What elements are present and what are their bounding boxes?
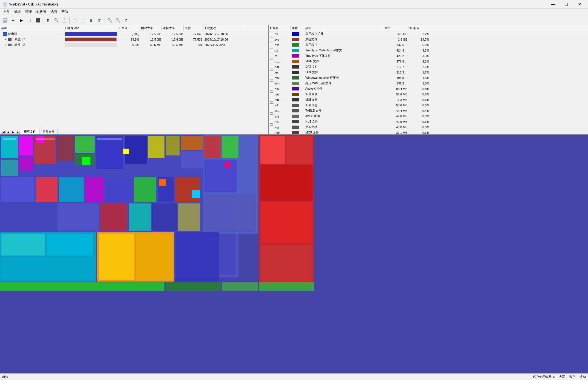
- svg-rect-45: [1, 257, 95, 280]
- toolbar-btn-10[interactable]: 📄: [79, 16, 87, 24]
- color-swatch: [292, 60, 299, 63]
- list-item[interactable]: .lexLEX 文件216.3 ...1.7%: [269, 70, 588, 75]
- menu-treemap[interactable]: 树状图: [34, 9, 48, 15]
- list-item[interactable]: .m...MUN 文件276.8 ...2.2%: [269, 59, 588, 64]
- list-item[interactable]: .inf安装信息58.6 MB0.5%: [269, 103, 588, 108]
- list-item[interactable]: .ttcTrueType Collection 字体文...424.9 ...3…: [269, 48, 588, 53]
- svg-rect-50: [0, 282, 164, 291]
- col-header-name[interactable]: 名称: [0, 25, 63, 31]
- ext-col-header-bytes[interactable]: ↓ 字节: [381, 25, 408, 31]
- list-item[interactable]: .datDAT 文件272.7 ...2.1%: [269, 64, 588, 70]
- menu-cleanup[interactable]: 清理: [23, 9, 34, 15]
- list-item[interactable]: .wim好压 WIM 压缩文件131.2 ...1.0%: [269, 81, 588, 86]
- maximize-button[interactable]: □: [560, 0, 573, 9]
- nav-next[interactable]: ▶: [11, 130, 15, 134]
- ext-col-header-desc[interactable]: 描述: [304, 25, 381, 31]
- menu-help[interactable]: 帮助: [59, 9, 70, 15]
- title-bar-controls: — □ ✕: [547, 0, 586, 9]
- ext-row-color: [291, 109, 304, 113]
- ext-row-name: .sys: [269, 37, 291, 42]
- toolbar-btn-6[interactable]: ⬆: [44, 16, 52, 24]
- col-header-phys[interactable]: 物理大小: [140, 25, 162, 31]
- ext-row-name: .log: [269, 125, 291, 129]
- toolbar-zoom-out[interactable]: 🔍: [114, 16, 121, 24]
- toolbar-btn-3[interactable]: ▶: [18, 16, 25, 24]
- list-item[interactable]: .jpgJPEG 图像44.8 MB0.3%: [269, 114, 588, 119]
- ext-name-label: .cat: [274, 93, 279, 96]
- list-item[interactable]: .log文本文档40.0 MB0.3%: [269, 124, 588, 130]
- ext-row-pct: 6.5%: [408, 43, 430, 47]
- col-header-files[interactable]: 文件: [184, 25, 203, 31]
- ext-row-bytes: 276.8 ...: [381, 59, 408, 63]
- list-item[interactable]: .muiMUI 文件77.3 MB0.6%: [269, 97, 588, 103]
- cell-phys-0: 12.5 GB: [140, 32, 162, 36]
- toolbar-zoom-in[interactable]: 🔍: [106, 16, 113, 24]
- ext-col-header-color[interactable]: 颜色: [291, 25, 304, 31]
- nav-prev[interactable]: ◀: [6, 130, 10, 134]
- toolbar-btn-2[interactable]: ↩: [9, 16, 17, 24]
- svg-rect-56: [123, 149, 129, 154]
- svg-rect-51: [166, 282, 221, 291]
- expand-icon-1[interactable]: +: [5, 38, 7, 41]
- table-row[interactable]: + C 系统 (C:) 99.5% 12.5 GB 12.: [0, 37, 268, 42]
- tab-duplicates[interactable]: 重复文件: [39, 129, 58, 134]
- file-icon: [270, 76, 273, 80]
- ext-row-name: .msi: [269, 76, 291, 80]
- toolbar-btn-1[interactable]: 🔄: [1, 16, 9, 24]
- toolbar-btn-5[interactable]: ⬛: [34, 16, 42, 24]
- col-header-percent[interactable]: ↓ 百分...: [118, 25, 140, 31]
- menu-file[interactable]: 文件: [1, 9, 12, 15]
- table-row[interactable]: + D 软件 (D:) 0.5% 60.6 MB 60.4: [0, 42, 268, 48]
- ext-row-bytes: 49.4 MB: [381, 109, 408, 113]
- close-button[interactable]: ✕: [573, 0, 586, 9]
- toolbar-help[interactable]: ?: [122, 16, 130, 24]
- toolbar-btn-12[interactable]: 🗑: [95, 16, 103, 24]
- menu-edit[interactable]: 编辑: [12, 9, 23, 15]
- svg-rect-32: [204, 136, 221, 158]
- nav-first[interactable]: |◀: [1, 130, 5, 134]
- ext-col-header-pct[interactable]: % 字节: [408, 25, 430, 31]
- toolbar-btn-4[interactable]: ⏸: [26, 16, 33, 24]
- ext-row-desc: 安全目录: [304, 92, 381, 97]
- file-icon: [270, 32, 273, 36]
- menu-options[interactable]: 选项: [48, 9, 59, 15]
- svg-rect-29: [152, 203, 177, 231]
- ext-row-color: [291, 98, 304, 102]
- tab-all-files[interactable]: 所有文件: [21, 129, 39, 134]
- svg-rect-39: [260, 165, 313, 201]
- ext-row-bytes: 40.0 MB: [381, 125, 408, 129]
- col-header-modified[interactable]: 上次更改: [203, 25, 244, 31]
- list-item[interactable]: .ta...TABLE 文件49.4 MB0.4%: [269, 108, 588, 114]
- list-item[interactable]: .ocxActiveX 控件98.4 MB0.8%: [269, 86, 588, 92]
- col-header-logic[interactable]: 逻辑大小: [162, 25, 184, 31]
- toolbar-btn-7[interactable]: 🔍: [52, 16, 60, 24]
- toolbar-btn-9[interactable]: 📄: [71, 16, 78, 24]
- list-item[interactable]: .dll应用程序扩展6.5 GB52.2%: [269, 31, 588, 37]
- svg-rect-15: [181, 136, 203, 150]
- list-item[interactable]: .nlsNLS 文件42.9 MB0.3%: [269, 119, 588, 124]
- ext-row-desc: LEX 文件: [304, 70, 381, 75]
- list-item[interactable]: .sys系统文件1.8 GB14.7%: [269, 37, 588, 42]
- svg-rect-28: [129, 203, 151, 231]
- list-item[interactable]: .msiWindows Installer 程序包194.8 ...1.5%: [269, 75, 588, 81]
- toolbar-btn-8[interactable]: 📋: [61, 16, 68, 24]
- file-icon: [270, 131, 273, 135]
- col-header-subtree[interactable]: 子树百分比: [63, 25, 118, 31]
- color-swatch: [292, 87, 299, 90]
- nav-last[interactable]: ▶|: [16, 130, 20, 134]
- color-swatch: [292, 54, 299, 58]
- ext-col-header-name[interactable]: 扩展名: [269, 25, 291, 31]
- toolbar-btn-11[interactable]: 🗑: [87, 16, 95, 24]
- list-item[interactable]: .mofMOF 文件37.1 MB0.3%: [269, 130, 588, 134]
- color-swatch: [292, 93, 299, 96]
- ext-row-color: [291, 103, 304, 107]
- minimize-button[interactable]: —: [547, 0, 559, 9]
- ext-row-pct: 0.3%: [408, 125, 430, 129]
- svg-rect-43: [1, 234, 45, 256]
- list-item[interactable]: .exe应用程序832.6 ...6.5%: [269, 42, 588, 48]
- table-row[interactable]: 此电脑 [0:00] 12.5 GB 12.5 GB 77,640 2024/1…: [0, 31, 268, 37]
- expand-icon-2[interactable]: +: [5, 43, 7, 46]
- ext-row-pct: 0.5%: [408, 103, 430, 107]
- list-item[interactable]: .ttfTrueType 字体文件423.2 ...3.3%: [269, 53, 588, 59]
- list-item[interactable]: .cat安全目录97.6 MB0.8%: [269, 92, 588, 97]
